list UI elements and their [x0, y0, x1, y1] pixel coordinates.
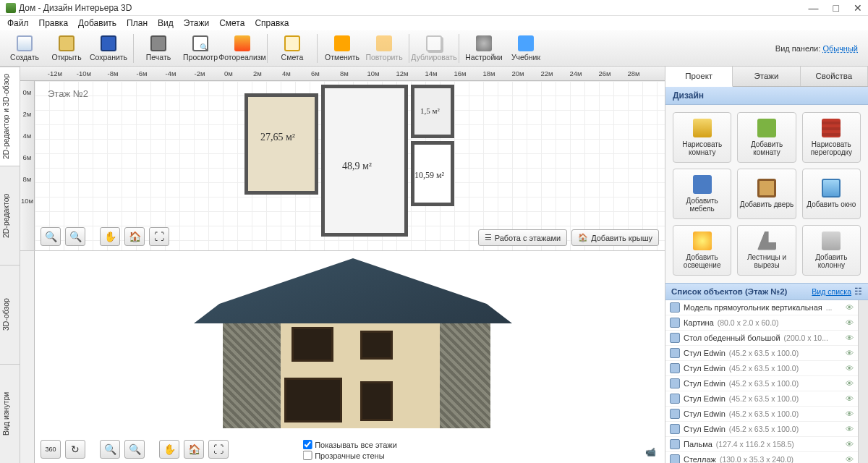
design-card[interactable]: Добавить колонну — [802, 225, 861, 276]
floors-work-button[interactable]: ☰Работа с этажами — [478, 229, 568, 246]
menu-Справка[interactable]: Справка — [255, 18, 289, 28]
undo-button[interactable]: Отменить — [322, 32, 362, 65]
close-button[interactable]: ✕ — [854, 2, 862, 14]
vtab-3[interactable]: Вид изнутри — [0, 364, 20, 463]
pan-button[interactable]: ✋ — [100, 227, 120, 246]
layers-icon: ☰ — [485, 233, 492, 242]
design-card[interactable]: Добавить окно — [802, 169, 861, 219]
menu-План[interactable]: План — [127, 18, 148, 28]
house-3d-model[interactable] — [165, 258, 541, 439]
visibility-icon[interactable]: 👁 — [846, 440, 854, 449]
view-list-link[interactable]: Вид списка — [812, 287, 851, 296]
object-list[interactable]: Модель прямоугольник вертикальная ...👁Ка… — [665, 300, 858, 463]
visibility-icon[interactable]: 👁 — [846, 409, 854, 418]
design-card[interactable]: Добавить дверь — [737, 169, 796, 219]
side-tab-Свойства[interactable]: Свойства — [801, 67, 868, 86]
visibility-icon[interactable]: 👁 — [846, 379, 854, 388]
design-card[interactable]: Добавить комнату — [737, 112, 796, 163]
visibility-icon[interactable]: 👁 — [846, 394, 854, 403]
new-button[interactable]: Создать — [4, 32, 45, 65]
camera-icon[interactable]: 📹 — [645, 447, 656, 457]
zoom-out-3d-button[interactable]: 🔍 — [100, 440, 120, 459]
minimize-button[interactable]: — — [809, 2, 819, 14]
object-list-item[interactable]: Стул Edwin (45.2 x 63.5 x 100.0)👁 — [665, 361, 858, 376]
object-list-item[interactable]: Модель прямоугольник вертикальная ...👁 — [665, 300, 858, 315]
visibility-icon[interactable]: 👁 — [846, 318, 854, 327]
preview-button[interactable]: Просмотр — [180, 32, 221, 65]
design-card[interactable]: Нарисовать комнату — [673, 112, 731, 163]
list-view-icon[interactable]: ☷ — [854, 286, 862, 297]
visibility-icon[interactable]: 👁 — [846, 334, 854, 342]
design-grid: Нарисовать комнатуДобавить комнатуНарисо… — [665, 105, 868, 283]
home-3d-button[interactable]: 🏠 — [184, 440, 204, 459]
object-list-item[interactable]: Пальма (127.4 x 116.2 x 158.5)👁 — [665, 437, 858, 452]
render-3d-canvas[interactable]: 360 ↻ 🔍 🔍 ✋ 🏠 ⛶ Показывать все этажи Про… — [35, 251, 665, 463]
object-list-item[interactable]: Стул Edwin (45.2 x 63.5 x 100.0)👁 — [665, 346, 858, 361]
zoom-in-3d-button[interactable]: 🔍 — [124, 440, 145, 459]
show-all-floors-checkbox[interactable]: Показывать все этажи — [302, 440, 397, 449]
tutorial-button[interactable]: Учебник — [506, 32, 546, 65]
undo-icon — [334, 35, 350, 51]
orbit-button[interactable]: ↻ — [65, 440, 85, 459]
object-list-item[interactable]: Стул Edwin (45.2 x 63.5 x 100.0)👁 — [665, 422, 858, 437]
object-icon — [670, 409, 680, 419]
room-1[interactable] — [244, 93, 318, 195]
panel-mode-link[interactable]: Обычный — [822, 44, 858, 53]
object-list-item[interactable]: Стул Edwin (45.2 x 63.5 x 100.0)👁 — [665, 376, 858, 391]
floor-label: Этаж №2 — [41, 85, 95, 102]
object-list-item[interactable]: Стеллаж (130.0 x 35.3 x 240.0)👁 — [665, 452, 858, 463]
object-list-item[interactable]: Стол обеденный большой (200.0 x 10...👁 — [665, 331, 858, 346]
side-tab-Этажи[interactable]: Этажи — [733, 67, 800, 86]
menu-Смета[interactable]: Смета — [219, 18, 244, 28]
maximize-button[interactable]: □ — [833, 2, 839, 14]
room-area-2: 48,9 м² — [342, 161, 372, 172]
vtab-0[interactable]: 2D-редактор и 3D-обзор — [0, 67, 20, 166]
preview-icon — [192, 35, 208, 51]
rotate-360-button[interactable]: 360 — [41, 440, 61, 459]
zoom-in-button[interactable]: 🔍 — [65, 227, 85, 246]
menu-Файл[interactable]: Файл — [7, 18, 29, 28]
photo-button[interactable]: Фотореализм — [222, 32, 263, 65]
vtab-1[interactable]: 2D-редактор — [0, 166, 20, 265]
menu-Вид[interactable]: Вид — [158, 18, 174, 28]
design-card[interactable]: Лестницы и вырезы — [737, 225, 796, 276]
object-list-item[interactable]: Картина (80.0 x 2.0 x 60.0)👁 — [665, 315, 858, 331]
object-icon — [670, 302, 680, 313]
menu-Этажи[interactable]: Этажи — [184, 18, 209, 28]
settings-button[interactable]: Настройки — [464, 32, 504, 65]
design-card[interactable]: Нарисовать перегородку — [802, 112, 861, 163]
visibility-icon[interactable]: 👁 — [846, 455, 854, 463]
floorplan-canvas[interactable]: Этаж №2 27,65 м² 48,9 м² 1,5 м² 10,59 м²… — [35, 81, 665, 250]
object-icon — [670, 394, 680, 404]
object-list-item[interactable]: Стул Edwin (45.2 x 63.5 x 100.0)👁 — [665, 407, 858, 422]
add-roof-button[interactable]: 🏠Добавить крышу — [571, 229, 659, 246]
redo-icon — [376, 35, 392, 51]
menu-Добавить[interactable]: Добавить — [78, 18, 116, 28]
visibility-icon[interactable]: 👁 — [846, 364, 854, 373]
object-list-item[interactable]: Стул Edwin (45.2 x 63.5 x 100.0)👁 — [665, 391, 858, 407]
view-2d[interactable]: 0м2м4м6м8м10м Этаж №2 27,65 м² 48,9 м² 1… — [20, 81, 665, 251]
design-card[interactable]: Добавить освещение — [673, 225, 731, 276]
save-button[interactable]: Сохранить — [88, 32, 129, 65]
menu-Правка[interactable]: Правка — [39, 18, 69, 28]
object-list-header: Список объектов (Этаж №2) Вид списка ☷ — [665, 283, 868, 300]
visibility-icon[interactable]: 👁 — [846, 349, 854, 357]
fit-button[interactable]: ⛶ — [149, 227, 169, 246]
home-button[interactable]: 🏠 — [124, 227, 145, 246]
side-tab-Проект[interactable]: Проект — [665, 67, 733, 87]
visibility-icon[interactable]: 👁 — [846, 303, 854, 312]
dup-button: Дублировать — [414, 32, 454, 65]
view-3d[interactable]: 360 ↻ 🔍 🔍 ✋ 🏠 ⛶ Показывать все этажи Про… — [20, 251, 665, 463]
open-button[interactable]: Открыть — [46, 32, 87, 65]
pan-3d-button[interactable]: ✋ — [159, 440, 179, 459]
scrollbar[interactable] — [858, 300, 868, 463]
print-button[interactable]: Печать — [138, 32, 179, 65]
transparent-walls-checkbox[interactable]: Прозрачные стены — [302, 451, 397, 460]
design-card[interactable]: Добавить мебель — [673, 169, 731, 219]
fit-3d-button[interactable]: ⛶ — [208, 440, 229, 459]
smeta-button[interactable]: Смета — [272, 32, 312, 65]
zoom-out-button[interactable]: 🔍 — [41, 227, 61, 246]
vtab-2[interactable]: 3D-обзор — [0, 265, 20, 364]
visibility-icon[interactable]: 👁 — [846, 425, 854, 433]
view-options: Показывать все этажи Прозрачные стены — [302, 440, 397, 460]
